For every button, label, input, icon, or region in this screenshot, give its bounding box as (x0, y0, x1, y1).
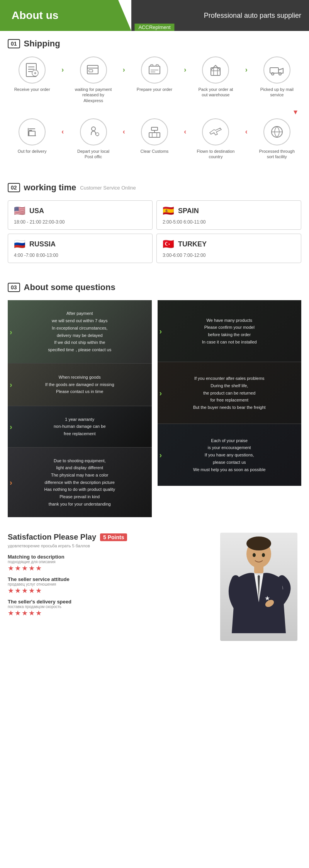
satisfaction-title-text: Satisfaction Please Play (8, 533, 96, 542)
usa-label: USA (29, 207, 44, 215)
working-title: working time (24, 183, 76, 193)
svg-rect-12 (156, 65, 158, 66)
step-sort: Processed through sort facility (258, 118, 296, 160)
russia-label: RUSSIA (29, 240, 56, 248)
svg-text:★: ★ (265, 595, 270, 601)
satisfaction-left: Satisfaction Please Play 5 Points удовле… (8, 533, 209, 641)
working-grid: 🇺🇸 USA 18:00 - 21:00 22:00-3:00 🇪🇸 SPAIN… (8, 200, 301, 263)
header-title: About us (12, 9, 58, 22)
step-pack: Pack your order at out warehouse (196, 56, 235, 98)
shipping-num: 01 (8, 39, 20, 48)
q-left-1: › When receiving goodsIf the goods are d… (8, 364, 152, 406)
satisfaction-right: ★ (216, 533, 301, 641)
country-spain: 🇪🇸 SPAIN 2:00-5:00 6:00-11:00 (156, 200, 301, 230)
country-spain-name: 🇪🇸 SPAIN (163, 205, 295, 216)
step-customs: Clear Customs (135, 118, 174, 154)
rating-matching-sub: подходящие для описания (8, 560, 209, 564)
step-delivery-icon (19, 118, 46, 145)
svg-point-26 (96, 133, 99, 136)
q-left-0: › After paymentwe will send out within 7… (8, 300, 152, 363)
step-customs-icon (141, 118, 168, 145)
step-payment-icon (80, 56, 107, 84)
q-right-1-text: If you encounter after-sales problemsDur… (193, 375, 266, 411)
q-right-1: › If you encounter after-sales problemsD… (158, 362, 302, 424)
questions-section: 03 About some questions › After paymentw… (0, 275, 309, 525)
q-left-1-arrow: › (10, 380, 12, 389)
rating-matching: Matching to description подходящие для о… (8, 554, 209, 572)
step-pack-icon (202, 56, 229, 84)
q-left-2-arrow: › (10, 422, 12, 431)
country-turkey-name: 🇹🇷 TURKEY (163, 239, 295, 249)
svg-point-40 (253, 553, 256, 557)
step-depart: Depart your local Post offic (74, 118, 113, 160)
step-delivery: Out for delivery (13, 118, 51, 154)
turkey-flag: 🇹🇷 (163, 239, 174, 249)
shipping-title-row: 01 Shipping (8, 39, 301, 49)
arrow6: ‹ (123, 128, 125, 136)
svg-point-39 (246, 537, 271, 550)
questions-left-panel: › After paymentwe will send out within 7… (8, 300, 152, 517)
satisfaction-section: Satisfaction Please Play 5 Points удовле… (0, 525, 309, 649)
q-right-2: › Each of your praiseis your encourageme… (158, 424, 302, 486)
questions-num: 03 (8, 283, 20, 292)
direction-arrow-down: ▾ (8, 107, 301, 116)
step-prepare-icon (141, 56, 168, 84)
step-pack-label: Pack your order at out warehouse (196, 87, 235, 98)
q-right-0-text: We have many productsPlease confirm your… (202, 317, 257, 346)
step-receive-icon (19, 56, 46, 84)
rating-service-label: The seller service attitude (8, 576, 209, 582)
person-svg: ★ (220, 533, 297, 641)
q-left-0-arrow: › (10, 327, 12, 336)
q-left-3-arrow: › (10, 478, 12, 487)
q-left-3-text: Due to shooting equipment,light and disp… (44, 457, 115, 508)
q-left-1-text: When receiving goodsIf the goods are dam… (45, 374, 114, 395)
q-left-3: › Due to shooting equipment,light and di… (8, 448, 152, 518)
q-left-2: › 1 year warrantynon-human damage can be… (8, 406, 152, 448)
arrow3: › (184, 66, 186, 74)
arrow5: ‹ (61, 128, 64, 136)
person-image: ★ (220, 533, 297, 641)
country-usa: 🇺🇸 USA 18:00 - 21:00 22:00-3:00 (8, 200, 153, 230)
arrow8: ‹ (245, 128, 248, 136)
working-title-row: 02 working time Customer Service Online (8, 183, 301, 193)
rating-matching-label: Matching to description (8, 554, 209, 560)
step-delivery-label: Out for delivery (18, 149, 47, 154)
rating-delivery-sub: поставка продавцом скорость (8, 605, 209, 609)
country-russia-name: 🇷🇺 RUSSIA (14, 239, 146, 249)
step-prepare: Prepare your order (135, 56, 174, 92)
svg-point-25 (92, 127, 95, 131)
questions-title-row: 03 About some questions (8, 282, 301, 292)
working-section: 02 working time Customer Service Online … (0, 175, 309, 271)
step-pickup-icon (263, 56, 290, 84)
step-sort-icon (263, 118, 290, 145)
svg-point-21 (279, 73, 281, 75)
turkey-label: TURKEY (178, 240, 207, 248)
spain-times: 2:00-5:00 6:00-11:00 (163, 219, 295, 225)
step-payment: waiting for payment released by Aliexpre… (74, 56, 113, 103)
satisfaction-title-row: Satisfaction Please Play 5 Points (8, 533, 209, 542)
shipping-section: 01 Shipping Receive your order › (0, 31, 309, 171)
q-left-0-text: After paymentwe will send out within 7 d… (48, 310, 111, 353)
step-prepare-label: Prepare your order (137, 87, 172, 92)
step-pickup-label: Picked up by mail service (258, 87, 296, 98)
rating-delivery-label: The seller's delivery speed (8, 599, 209, 605)
svg-point-20 (272, 73, 274, 75)
working-num: 02 (8, 183, 20, 192)
step-receive: Receive your order (13, 56, 51, 92)
step-depart-icon (80, 118, 107, 145)
header-tagline: Professional auto parts supplier (204, 12, 301, 20)
svg-point-41 (262, 553, 265, 557)
country-usa-name: 🇺🇸 USA (14, 205, 146, 216)
svg-rect-19 (270, 68, 278, 73)
questions-grid: › After paymentwe will send out within 7… (8, 300, 301, 517)
svg-rect-9 (89, 70, 93, 72)
svg-rect-36 (254, 566, 263, 573)
usa-flag: 🇺🇸 (14, 205, 25, 216)
header: About us ACCReplment Professional auto p… (0, 0, 309, 31)
country-russia: 🇷🇺 RUSSIA 4:00 -7:00 8:00-13:00 (8, 234, 153, 263)
svg-rect-11 (151, 65, 153, 66)
rating-matching-stars: ★★★★★ (8, 564, 209, 572)
spain-flag: 🇪🇸 (163, 205, 174, 216)
step-flown-icon (202, 118, 229, 145)
shipping-row1: Receive your order › waiting for payment… (8, 56, 301, 103)
